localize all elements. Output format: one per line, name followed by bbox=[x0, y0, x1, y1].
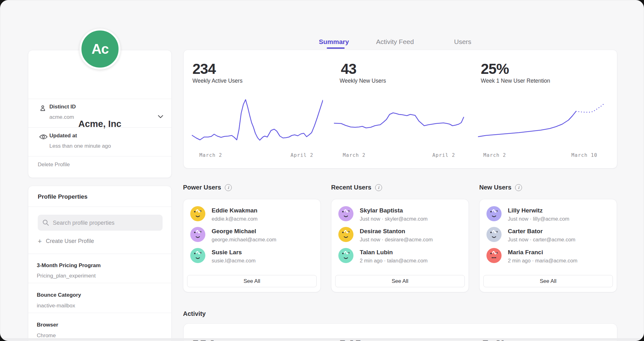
stat-week1-retention-value: 25% bbox=[481, 60, 509, 77]
user-meta: eddie.k@acme.com bbox=[212, 216, 258, 222]
frame-bottom-edge bbox=[1, 338, 643, 340]
user-name: Skylar Baptista bbox=[360, 207, 403, 214]
x-tick: March 2 bbox=[483, 152, 506, 158]
activity-section-title: Activity bbox=[183, 310, 206, 317]
new-users-card: Lilly Herwitz Just now · lilly@acme.com … bbox=[479, 199, 617, 292]
recent-users-card: Skylar Baptista Just now · skyler@acme.c… bbox=[331, 199, 469, 292]
x-tick: March 2 bbox=[199, 152, 222, 158]
field-value: Less than one minute ago bbox=[49, 143, 111, 149]
user-meta: Just now · carter@acme.com bbox=[508, 237, 575, 243]
delete-profile-button[interactable]: Delete Profile bbox=[38, 162, 70, 168]
property-name: 3-Month Pricing Program bbox=[37, 262, 101, 269]
user-name: Carter Bator bbox=[508, 228, 543, 235]
chevron-down-icon[interactable] bbox=[158, 115, 163, 118]
user-avatar bbox=[190, 248, 205, 263]
x-tick: April 2 bbox=[291, 152, 313, 158]
user-name: Eddie Kwakman bbox=[212, 207, 258, 214]
profile-properties-card: Profile Properties + Create User Profile… bbox=[28, 186, 172, 341]
create-user-profile-button[interactable]: + Create User Profile bbox=[38, 238, 94, 245]
divider bbox=[28, 206, 171, 207]
user-row[interactable]: George Michael george.michael@acme.com bbox=[183, 226, 320, 246]
weekly-active-users-sparkline bbox=[192, 98, 323, 147]
active-tab-underline bbox=[327, 47, 345, 49]
user-avatar bbox=[338, 206, 353, 221]
user-row[interactable]: Talan Lubin 2 min ago · talan@acme.com bbox=[331, 247, 469, 267]
user-name: Maria Franci bbox=[508, 249, 543, 256]
user-avatar bbox=[486, 248, 502, 263]
user-name: George Michael bbox=[212, 228, 256, 235]
search-icon bbox=[42, 219, 49, 226]
create-user-profile-label: Create User Profile bbox=[46, 238, 94, 245]
x-tick: March 10 bbox=[571, 152, 597, 158]
user-row[interactable]: Skylar Baptista Just now · skyler@acme.c… bbox=[331, 205, 469, 225]
user-avatar bbox=[190, 227, 205, 242]
user-avatar bbox=[338, 248, 353, 263]
property-value: inactive-mailbox bbox=[37, 303, 75, 309]
info-icon[interactable]: i bbox=[515, 184, 522, 191]
user-row[interactable]: Carter Bator Just now · carter@acme.com bbox=[480, 226, 617, 246]
x-tick: March 2 bbox=[343, 152, 365, 158]
property-name: Browser bbox=[37, 322, 58, 328]
see-all-button[interactable]: See All bbox=[335, 275, 465, 287]
property-name: Bounce Category bbox=[37, 292, 81, 298]
search-input[interactable] bbox=[52, 215, 160, 231]
x-tick: April 2 bbox=[432, 152, 455, 158]
company-avatar: Ac bbox=[80, 29, 120, 69]
property-value: Chrome bbox=[37, 333, 56, 339]
property-value: Pricing_plan_experiment bbox=[37, 273, 96, 279]
power-users-header: Power Users i bbox=[183, 184, 232, 191]
user-row[interactable]: Susie Lars susie.l@acme.com bbox=[183, 247, 320, 267]
eye-icon bbox=[39, 134, 48, 140]
weekly-new-users-sparkline bbox=[333, 98, 465, 147]
recent-users-header: Recent Users i bbox=[331, 184, 382, 191]
plus-icon: + bbox=[38, 239, 42, 244]
new-users-title: New Users bbox=[479, 184, 511, 191]
week1-retention-sparkline bbox=[478, 98, 608, 147]
user-avatar bbox=[190, 206, 205, 221]
info-icon[interactable]: i bbox=[225, 184, 232, 191]
user-meta: Just now · lilly@acme.com bbox=[508, 216, 569, 222]
divider bbox=[28, 313, 171, 313]
user-meta: george.michael@acme.com bbox=[212, 237, 276, 243]
tab-summary[interactable]: Summary bbox=[319, 38, 349, 46]
see-all-button[interactable]: See All bbox=[187, 275, 317, 287]
user-row[interactable]: Maria Franci 2 min ago · maria@acme.com bbox=[480, 247, 617, 267]
user-name: Susie Lars bbox=[212, 249, 242, 256]
user-meta: 2 min ago · maria@acme.com bbox=[508, 258, 577, 264]
stat-weekly-active-users-label: Weekly Active Users bbox=[192, 78, 242, 84]
tab-users[interactable]: Users bbox=[454, 38, 471, 46]
user-meta: susie.l@acme.com bbox=[212, 258, 256, 264]
divider bbox=[28, 156, 171, 157]
stat-weekly-new-users-label: Weekly New Users bbox=[340, 78, 386, 84]
power-users-card: Eddie Kwakman eddie.k@acme.com George Mi… bbox=[183, 199, 321, 292]
user-name: Desirae Stanton bbox=[360, 228, 405, 235]
user-avatar bbox=[338, 227, 353, 242]
user-row[interactable]: Lilly Herwitz Just now · lilly@acme.com bbox=[480, 205, 617, 225]
field-label: Updated at bbox=[49, 133, 77, 139]
user-row[interactable]: Desirae Stanton Just now · desirare@acme… bbox=[331, 226, 469, 246]
company-avatar-initials: Ac bbox=[92, 41, 108, 57]
profile-properties-search[interactable] bbox=[38, 215, 163, 231]
divider bbox=[28, 283, 171, 283]
see-all-button[interactable]: See All bbox=[483, 275, 613, 287]
user-row[interactable]: Eddie Kwakman eddie.k@acme.com bbox=[183, 205, 320, 225]
summary-stats-card: 234 Weekly Active Users March 2 April 2 … bbox=[183, 50, 617, 168]
profile-properties-title: Profile Properties bbox=[38, 193, 87, 200]
stat-week1-retention-label: Week 1 New User Retention bbox=[481, 78, 550, 84]
user-avatar bbox=[486, 227, 502, 242]
stat-weekly-active-users-value: 234 bbox=[192, 60, 216, 77]
user-name: Lilly Herwitz bbox=[508, 207, 543, 214]
info-icon[interactable]: i bbox=[375, 184, 382, 191]
user-avatar bbox=[486, 206, 502, 221]
recent-users-title: Recent Users bbox=[331, 184, 371, 191]
tab-activity-feed[interactable]: Activity Feed bbox=[376, 38, 414, 46]
divider bbox=[28, 254, 171, 254]
power-users-title: Power Users bbox=[183, 184, 221, 191]
user-meta: Just now · skyler@acme.com bbox=[360, 216, 428, 222]
person-icon bbox=[39, 104, 47, 112]
new-users-header: New Users i bbox=[479, 184, 522, 191]
divider bbox=[28, 127, 171, 128]
app-frame: Ac Acme, Inc Distinct ID acme.com Update… bbox=[0, 0, 644, 341]
user-name: Talan Lubin bbox=[360, 249, 393, 256]
field-value: acme.com bbox=[49, 114, 74, 120]
